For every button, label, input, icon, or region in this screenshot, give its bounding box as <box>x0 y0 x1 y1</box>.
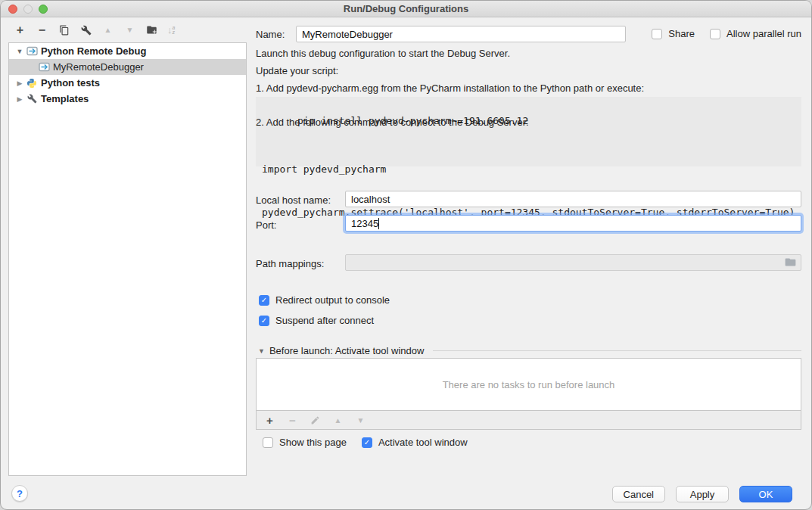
dialog-buttons: Cancel Apply OK <box>612 486 792 502</box>
edit-templates-wrench-icon[interactable] <box>79 23 92 36</box>
configurations-toolbar: + − ▲ ▼ ↓ az <box>14 23 175 36</box>
local-host-name-input[interactable] <box>345 191 801 207</box>
page-options-row: Show this page ✓ Activate tool window <box>263 437 468 448</box>
move-down-icon: ▼ <box>123 23 136 36</box>
sort-configurations-icon: ↓ az <box>167 24 175 36</box>
help-button[interactable]: ? <box>11 485 28 502</box>
before-launch-title: Before launch: Activate tool window <box>269 345 425 356</box>
tree-item-label: Python Remote Debug <box>41 45 146 57</box>
move-task-down-icon: ▼ <box>354 414 367 427</box>
text-cursor <box>378 218 379 229</box>
minimize-window-button <box>23 5 33 14</box>
chevron-right-icon[interactable]: ▶ <box>15 79 24 87</box>
suspend-after-connect-label: Suspend after connect <box>275 315 374 326</box>
chevron-down-icon[interactable]: ▼ <box>15 48 24 55</box>
settrace-code-block: import pydevd_pycharm pydevd_pycharm.set… <box>256 131 801 166</box>
redirect-output-label: Redirect output to console <box>275 294 390 306</box>
tree-item-python-tests[interactable]: ▶ Python tests <box>9 75 246 91</box>
configuration-form: Name: Share Allow parallel run Launch th… <box>256 1 801 17</box>
browse-folder-icon[interactable] <box>785 257 796 269</box>
share-checkbox[interactable] <box>652 29 662 39</box>
remove-task-button: − <box>286 414 299 427</box>
chevron-right-icon[interactable]: ▶ <box>15 95 24 103</box>
move-up-icon: ▲ <box>101 23 114 36</box>
add-configuration-button[interactable]: + <box>14 23 26 36</box>
port-field-wrap <box>345 215 801 232</box>
local-host-field-wrap <box>345 191 801 207</box>
name-input[interactable] <box>296 26 626 42</box>
path-mappings-label: Path mappings: <box>256 258 324 269</box>
move-task-up-icon: ▲ <box>331 414 344 427</box>
python-icon <box>26 77 38 89</box>
configurations-tree: ▼ Python Remote Debug MyRemoteDebugger ▶… <box>8 42 247 476</box>
name-label: Name: <box>256 29 285 40</box>
share-label: Share <box>668 28 695 39</box>
activate-tool-window-label: Activate tool window <box>378 437 468 448</box>
remote-debug-config-icon <box>26 45 38 58</box>
allow-parallel-run-label: Allow parallel run <box>726 28 801 39</box>
redirect-output-checkbox[interactable]: ✓ <box>259 295 269 306</box>
chevron-down-icon[interactable]: ▼ <box>258 347 265 355</box>
port-label: Port: <box>256 219 276 231</box>
show-this-page-label: Show this page <box>279 437 347 448</box>
suspend-after-connect-checkbox[interactable]: ✓ <box>259 316 269 326</box>
before-launch-toolbar: + − ▲ ▼ <box>256 411 801 430</box>
activate-tool-window-checkbox[interactable]: ✓ <box>362 437 372 448</box>
window-controls <box>8 5 48 14</box>
step-2-text: 2. Add the following command to connect … <box>256 117 529 128</box>
ok-button[interactable]: OK <box>739 486 792 502</box>
empty-tasks-text: There are no tasks to run before launch <box>443 379 615 390</box>
tree-item-templates[interactable]: ▶ Templates <box>9 91 246 107</box>
code-line: import pydevd_pycharm <box>262 162 795 176</box>
suspend-after-connect-row: ✓ Suspend after connect <box>259 315 374 326</box>
allow-parallel-run-checkbox[interactable] <box>710 29 720 39</box>
name-field-wrap <box>296 26 626 42</box>
add-task-button[interactable]: + <box>263 414 276 427</box>
new-folder-icon[interactable] <box>145 23 158 36</box>
tree-item-label: MyRemoteDebugger <box>53 61 144 73</box>
apply-button[interactable]: Apply <box>676 486 729 502</box>
zoom-window-button[interactable] <box>39 5 48 14</box>
before-launch-header[interactable]: ▼ Before launch: Activate tool window <box>258 345 801 356</box>
tree-item-label: Templates <box>41 93 89 104</box>
tree-item-label: Python tests <box>41 77 100 89</box>
redirect-output-row: ✓ Redirect output to console <box>259 294 390 306</box>
run-debug-configurations-dialog: Run/Debug Configurations + − ▲ ▼ ↓ az ▼ … <box>0 0 812 510</box>
path-mappings-input[interactable] <box>345 254 801 271</box>
close-window-button[interactable] <box>8 5 17 14</box>
wrench-icon <box>26 93 38 105</box>
tree-item-myremotedebugger[interactable]: MyRemoteDebugger <box>9 59 246 75</box>
show-this-page-checkbox[interactable] <box>263 437 273 448</box>
step-1-text: 1. Add pydevd-pycharm.egg from the PyCha… <box>256 82 644 94</box>
path-mappings-field-wrap <box>345 254 801 271</box>
divider <box>433 350 801 351</box>
copy-configuration-icon[interactable] <box>58 23 70 36</box>
remove-configuration-button[interactable]: − <box>36 23 48 36</box>
cancel-button[interactable]: Cancel <box>612 486 665 502</box>
edit-task-pencil-icon <box>309 414 322 427</box>
tree-item-python-remote-debug[interactable]: ▼ Python Remote Debug <box>9 43 246 59</box>
before-launch-task-list[interactable]: There are no tasks to run before launch <box>256 358 801 411</box>
port-input[interactable] <box>345 215 801 232</box>
remote-debug-config-icon <box>38 61 50 73</box>
local-host-name-label: Local host name: <box>256 194 331 206</box>
intro-line-1: Launch this debug configuration to start… <box>256 48 510 59</box>
share-options: Share Allow parallel run <box>652 28 801 39</box>
intro-line-2: Update your script: <box>256 65 338 76</box>
